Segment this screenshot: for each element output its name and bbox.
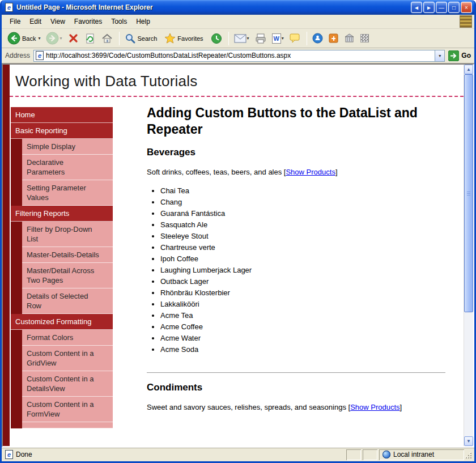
messenger-button[interactable] [310,32,325,45]
back-icon [7,32,20,45]
address-url[interactable]: http://localhost:3699/Code/CustomButtons… [46,52,435,60]
sidebar-item[interactable]: Filter by Drop-Down List [22,222,113,247]
titlebar[interactable]: Untitled Page - Microsoft Internet Explo… [2,0,474,15]
product-item: Acme Coffee [160,321,445,333]
refresh-button[interactable] [82,32,98,45]
close-button[interactable]: × [461,2,472,13]
product-item: Outback Lager [160,276,445,287]
sidebar-item[interactable]: Master-Details-Details [22,247,113,263]
address-page-icon [36,51,44,60]
favorites-star-icon [164,33,176,44]
search-button[interactable]: Search [122,32,162,45]
site-title: Working with Data Tutorials [15,73,197,90]
address-field[interactable]: http://localhost:3699/Code/CustomButtons… [33,50,445,62]
standard-toolbar: Back Searc [2,29,474,48]
print-button[interactable] [253,32,269,45]
menu-item-help[interactable]: Help [131,16,155,27]
product-item: Ipoh Coffee [160,253,445,265]
sidebar-item[interactable]: Master/Detail Across Two Pages [22,263,113,288]
show-products-link-beverages[interactable]: Show Products [286,168,335,176]
search-icon [125,33,136,44]
restore-button[interactable]: □ [448,2,460,13]
minimize-button[interactable]: — [436,2,447,13]
history-button[interactable] [209,32,224,45]
menu-item-favorites[interactable]: Favorites [70,16,107,27]
back-dropdown-icon[interactable] [38,36,40,41]
sidebar-item[interactable]: Details of Selected Row [22,288,113,314]
edit-dropdown-icon[interactable] [282,36,284,41]
product-item: Acme Tea [160,310,445,321]
stop-button[interactable] [66,32,81,45]
product-item: Rhönbräu Klosterbier [160,287,445,299]
address-bar: Address http://localhost:3699/Code/Custo… [2,48,474,63]
scroll-down-button[interactable]: ▼ [464,436,473,446]
browser-window: Untitled Page - Microsoft Internet Explo… [0,0,476,463]
nav-left-button[interactable]: ◄ [411,2,422,13]
go-button[interactable]: Go [448,50,471,61]
site-header: Working with Data Tutorials [10,65,464,97]
forward-icon [46,32,59,45]
grid-icon [360,34,369,43]
favorites-button[interactable]: Favorites [162,32,207,45]
dither-button[interactable] [358,33,371,44]
forward-dropdown-icon[interactable] [60,36,62,41]
status-panel [346,449,361,460]
home-button[interactable] [99,32,115,45]
mail-button[interactable] [232,33,252,44]
address-dropdown-button[interactable] [435,50,444,61]
sidebar-item[interactable]: Filtering Reports [11,206,113,222]
refresh-icon [84,33,96,44]
menu-item-tools[interactable]: Tools [107,16,131,27]
sidebar-item[interactable]: Custom Content in a GridView [22,346,113,371]
sidebar-item[interactable]: Custom Content in a FormView [22,397,113,422]
sidebar-menu: HomeBasic ReportingSimple DisplayDeclara… [11,107,113,428]
building-icon [344,33,355,43]
resize-grip[interactable] [464,449,473,460]
sidebar-item[interactable]: Custom Content in a DetailsView [22,371,113,397]
scrollbar-track[interactable] [464,74,473,436]
nav-right-button[interactable]: ► [423,2,435,13]
sites-button[interactable] [342,32,357,44]
menu-item-edit[interactable]: Edit [25,16,46,27]
messenger-icon [312,33,323,44]
history-icon [211,33,222,44]
search-label: Search [138,35,158,42]
forward-button[interactable] [44,31,64,46]
go-icon [448,50,459,61]
sidebar-item[interactable]: Home [11,107,113,123]
zone-label: Local intranet [393,451,434,458]
sidebar-item[interactable] [22,422,113,428]
research-button[interactable] [326,32,341,44]
go-label: Go [461,52,471,60]
description-text: ] [400,403,402,411]
discuss-button[interactable] [287,32,303,44]
edit-with-word-button[interactable] [270,32,286,45]
mail-dropdown-icon[interactable] [247,36,249,41]
menu-item-view[interactable]: View [46,16,70,27]
sidebar-item[interactable]: Customized Formatting [11,314,113,330]
toolbar-separator [228,32,229,45]
section-heading-condiments: Condiments [147,382,445,393]
stop-icon [68,33,79,44]
back-button[interactable]: Back [5,31,42,46]
sidebar-item[interactable]: Simple Display [22,139,113,155]
description-text: Soft drinks, coffees, teas, beers, and a… [147,168,286,176]
home-icon [101,33,113,44]
page-body: HomeBasic ReportingSimple DisplayDeclara… [10,97,464,444]
scrollbar-thumb[interactable] [464,74,473,312]
sidebar-item[interactable]: Declarative Parameters [22,155,113,180]
favorites-label: Favorites [177,35,203,42]
product-item: Sasquatch Ale [160,219,445,231]
status-bar: Done Local intranet [2,447,474,461]
window-title: Untitled Page - Microsoft Internet Explo… [16,3,410,11]
windows-logo-icon [460,15,472,28]
sidebar-item[interactable]: Basic Reporting [11,123,113,139]
sidebar-item[interactable]: Format Colors [22,330,113,346]
product-item: Steeleye Stout [160,231,445,242]
scroll-up-button[interactable]: ▲ [464,65,473,74]
orange-tool-icon [329,33,338,43]
vertical-scrollbar[interactable]: ▲ ▼ [464,65,473,446]
menu-item-file[interactable]: File [5,16,25,27]
sidebar-item[interactable]: Setting Parameter Values [22,180,113,206]
show-products-link-condiments[interactable]: Show Products [350,403,400,411]
